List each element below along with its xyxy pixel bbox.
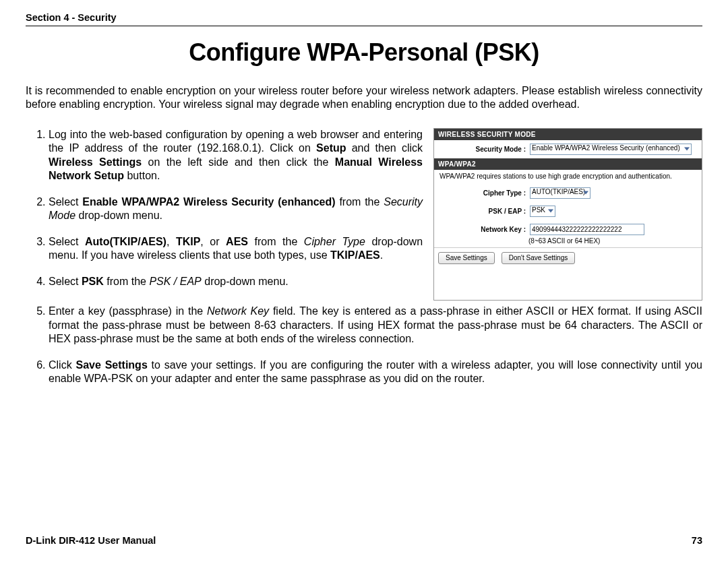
page-title: Configure WPA-Personal (PSK) — [26, 38, 702, 67]
security-mode-select[interactable]: Enable WPA/WPA2 Wireless Security (enhan… — [530, 144, 692, 155]
footer-page-number: 73 — [692, 535, 702, 546]
network-key-hint: (8~63 ASCII or 64 HEX) — [434, 237, 702, 247]
step-6: Click Save Settings to save your setting… — [49, 358, 702, 386]
step-1: Log into the web-based configuration by … — [49, 128, 423, 183]
header-rule — [26, 26, 702, 26]
step-5: Enter a key (passphrase) in the Network … — [49, 305, 702, 346]
network-key-label: Network Key : — [438, 226, 530, 233]
save-settings-button[interactable]: Save Settings — [438, 252, 495, 264]
psk-eap-select[interactable]: PSK — [530, 206, 555, 217]
footer-manual-name: D-Link DIR-412 User Manual — [26, 535, 156, 546]
config-screenshot-panel: WIRELESS SECURITY MODE Security Mode : E… — [433, 128, 702, 301]
dont-save-settings-button[interactable]: Don't Save Settings — [502, 252, 576, 264]
step-4: Select PSK from the PSK / EAP drop-down … — [49, 275, 423, 288]
step-2: Select Enable WPA/WPA2 Wireless Security… — [49, 195, 423, 223]
cipher-type-label: Cipher Type : — [438, 189, 530, 197]
step-3: Select Auto(TKIP/AES), TKIP, or AES from… — [49, 235, 423, 263]
panel-header-security-mode: WIRELESS SECURITY MODE — [434, 129, 702, 140]
steps-list: Log into the web-based configuration by … — [26, 128, 423, 288]
psk-eap-label: PSK / EAP : — [438, 208, 530, 215]
panel-note: WPA/WPA2 requires stations to use high g… — [434, 170, 702, 184]
intro-paragraph: It is recommended to enable encryption o… — [26, 84, 702, 112]
security-mode-label: Security Mode : — [438, 146, 530, 153]
section-header: Section 4 - Security — [26, 12, 702, 24]
cipher-type-select[interactable]: AUTO(TKIP/AES) — [530, 187, 590, 199]
panel-header-wpa: WPA/WPA2 — [434, 158, 702, 170]
network-key-input[interactable] — [530, 224, 644, 235]
steps-list-continued: Enter a key (passphrase) in the Network … — [26, 305, 702, 398]
